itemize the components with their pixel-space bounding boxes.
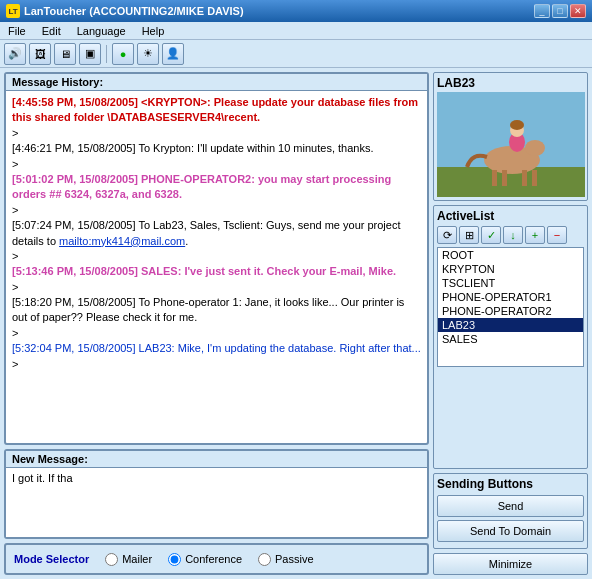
message-history-content[interactable]: [4:45:58 PM, 15/08/2005] <KRYPTON>: Plea… — [6, 91, 427, 443]
mode-mailer-group: Mailer — [105, 553, 152, 566]
add-button[interactable]: + — [525, 226, 545, 244]
sending-buttons-label: Sending Buttons — [437, 477, 584, 491]
monitor-icon[interactable]: 🖥 — [54, 43, 76, 65]
list-item-lab23[interactable]: LAB23 — [438, 318, 583, 332]
send-to-domain-button[interactable]: Send To Domain — [437, 520, 584, 542]
svg-rect-6 — [502, 170, 507, 186]
new-message-label: New Message: — [6, 451, 427, 468]
minimize-window-button[interactable]: _ — [534, 4, 550, 18]
remove-button[interactable]: − — [547, 226, 567, 244]
msg-7: [5:32:04 PM, 15/08/2005] LAB23: Mike, I'… — [12, 341, 421, 356]
speaker-icon[interactable]: 🔊 — [4, 43, 26, 65]
msg-gt-1: > — [12, 126, 421, 141]
left-panel: Message History: [4:45:58 PM, 15/08/2005… — [4, 72, 429, 575]
profile-image — [437, 92, 585, 197]
mode-conference-radio[interactable] — [168, 553, 181, 566]
msg-gt-5: > — [12, 280, 421, 295]
green-down-button[interactable]: ↓ — [503, 226, 523, 244]
list-item-phone-op2[interactable]: PHONE-OPERATOR2 — [438, 304, 583, 318]
mode-passive-radio[interactable] — [258, 553, 271, 566]
image-icon[interactable]: 🖼 — [29, 43, 51, 65]
mode-selector-container: Mode Selector Mailer Conference Passive — [4, 543, 429, 575]
grid-button[interactable]: ⊞ — [459, 226, 479, 244]
toolbar: 🔊 🖼 🖥 ▣ ● ☀ 👤 — [0, 40, 592, 68]
msg-gt-6: > — [12, 326, 421, 341]
svg-rect-5 — [492, 170, 497, 186]
msg-gt-3: > — [12, 203, 421, 218]
send-button[interactable]: Send — [437, 495, 584, 517]
active-list-controls: ⟳ ⊞ ✓ ↓ + − — [437, 226, 584, 244]
menu-bar: File Edit Language Help — [0, 22, 592, 40]
right-panel: LAB23 — [433, 72, 588, 575]
svg-rect-4 — [530, 142, 540, 154]
list-item-sales[interactable]: SALES — [438, 332, 583, 346]
green-circle-icon[interactable]: ● — [112, 43, 134, 65]
msg-4: [5:07:24 PM, 15/08/2005] To Lab23, Sales… — [12, 218, 421, 249]
box-icon[interactable]: ▣ — [79, 43, 101, 65]
msg-gt-2: > — [12, 157, 421, 172]
mode-passive-group: Passive — [258, 553, 314, 566]
message-history-label: Message History: — [6, 74, 427, 91]
msg-gt-4: > — [12, 249, 421, 264]
active-list-section: ActiveList ⟳ ⊞ ✓ ↓ + − ROOT KRYPTON TSCL… — [433, 205, 588, 469]
person-icon[interactable]: 👤 — [162, 43, 184, 65]
list-item-tsclient[interactable]: TSCLIENT — [438, 276, 583, 290]
list-item-phone-op1[interactable]: PHONE-OPERATOR1 — [438, 290, 583, 304]
menu-file[interactable]: File — [4, 24, 30, 38]
new-message-container: New Message: I got it. If tha — [4, 449, 429, 539]
title-bar-text: LanToucher (ACCOUNTING2/MIKE DAVIS) — [24, 5, 244, 17]
mode-conference-label[interactable]: Conference — [185, 553, 242, 565]
app-icon: LT — [6, 4, 20, 18]
menu-help[interactable]: Help — [138, 24, 169, 38]
maximize-window-button[interactable]: □ — [552, 4, 568, 18]
minimize-button[interactable]: Minimize — [433, 553, 588, 575]
svg-rect-7 — [522, 170, 527, 186]
profile-svg — [437, 92, 585, 197]
list-item-krypton[interactable]: KRYPTON — [438, 262, 583, 276]
msg-1: [4:45:58 PM, 15/08/2005] <KRYPTON>: Plea… — [12, 95, 421, 126]
svg-point-11 — [510, 120, 524, 130]
active-list-label: ActiveList — [437, 209, 584, 223]
sun-icon[interactable]: ☀ — [137, 43, 159, 65]
menu-language[interactable]: Language — [73, 24, 130, 38]
sync-button[interactable]: ⟳ — [437, 226, 457, 244]
mode-mailer-label[interactable]: Mailer — [122, 553, 152, 565]
email-link[interactable]: mailto:myk414@mail.com — [59, 235, 185, 247]
title-bar: LT LanToucher (ACCOUNTING2/MIKE DAVIS) _… — [0, 0, 592, 22]
sending-buttons-section: Sending Buttons Send Send To Domain — [433, 473, 588, 549]
mode-conference-group: Conference — [168, 553, 242, 566]
mode-passive-label[interactable]: Passive — [275, 553, 314, 565]
msg-gt-7: > — [12, 357, 421, 372]
new-message-input[interactable]: I got it. If tha — [6, 468, 427, 537]
title-bar-controls: _ □ ✕ — [534, 4, 586, 18]
msg-3: [5:01:02 PM, 15/08/2005] PHONE-OPERATOR2… — [12, 172, 421, 203]
menu-edit[interactable]: Edit — [38, 24, 65, 38]
close-window-button[interactable]: ✕ — [570, 4, 586, 18]
active-list-items[interactable]: ROOT KRYPTON TSCLIENT PHONE-OPERATOR1 PH… — [437, 247, 584, 367]
msg-5: [5:13:46 PM, 15/08/2005] SALES: I've jus… — [12, 264, 421, 279]
message-history-container: Message History: [4:45:58 PM, 15/08/2005… — [4, 72, 429, 445]
mode-selector-label: Mode Selector — [14, 553, 89, 565]
profile-label: LAB23 — [437, 76, 584, 90]
profile-section: LAB23 — [433, 72, 588, 201]
list-item-root[interactable]: ROOT — [438, 248, 583, 262]
toolbar-separator — [106, 45, 107, 63]
green-check-button[interactable]: ✓ — [481, 226, 501, 244]
main-container: Message History: [4:45:58 PM, 15/08/2005… — [0, 68, 592, 579]
msg-2: [4:46:21 PM, 15/08/2005] To Krypton: I'l… — [12, 141, 421, 156]
svg-rect-8 — [532, 170, 537, 186]
msg-6: [5:18:20 PM, 15/08/2005] To Phone-operat… — [12, 295, 421, 326]
mode-mailer-radio[interactable] — [105, 553, 118, 566]
